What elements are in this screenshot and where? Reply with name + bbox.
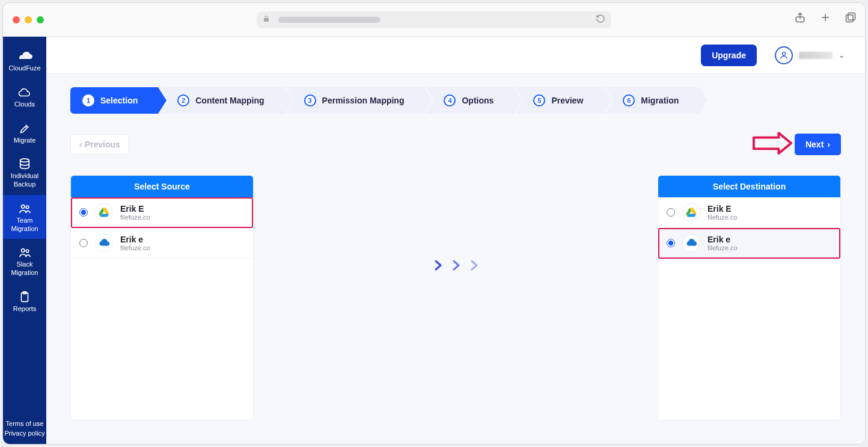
destination-item-title: Erik e xyxy=(708,235,738,244)
step-migration[interactable]: 6 Migration xyxy=(606,87,699,114)
sidebar-item-individual-backup[interactable]: Individual Backup xyxy=(3,150,46,195)
sidebar-footer: Terms of use Privacy policy xyxy=(3,419,46,444)
step-options[interactable]: 4 Options xyxy=(427,87,514,114)
minimize-window-icon[interactable] xyxy=(25,16,32,23)
stepper: 1 Selection 2 Content Mapping 3 Permissi… xyxy=(70,87,841,114)
sidebar: CloudFuze Clouds Migrate Individual Back… xyxy=(3,37,46,444)
url-redacted xyxy=(278,17,381,23)
destination-radio[interactable] xyxy=(667,239,675,247)
next-label: Next xyxy=(805,140,824,149)
svg-point-3 xyxy=(20,159,29,162)
brand-icon xyxy=(17,49,32,64)
source-panel: Select Source Erik E filefuze.co xyxy=(70,175,254,421)
onedrive-icon xyxy=(682,234,700,252)
sidebar-item-label: Clouds xyxy=(14,100,35,109)
sidebar-brand[interactable]: CloudFuze xyxy=(3,43,46,79)
next-button[interactable]: Next › xyxy=(795,134,841,155)
sidebar-item-label: Slack Migration xyxy=(4,260,45,277)
users-icon xyxy=(17,201,32,217)
browser-chrome xyxy=(3,3,865,37)
step-label: Migration xyxy=(641,96,679,105)
step-number: 5 xyxy=(533,94,545,106)
source-radio[interactable] xyxy=(79,208,88,217)
chevron-right-icon xyxy=(466,258,481,273)
source-item-row[interactable]: Erik e filefuze.co xyxy=(71,228,253,259)
maximize-window-icon[interactable] xyxy=(37,16,44,23)
destination-item-sub: filefuze.co xyxy=(708,214,738,221)
sidebar-item-label: Individual Backup xyxy=(4,172,45,189)
previous-button: ‹ Previous xyxy=(70,134,129,155)
chevron-down-icon: ⌄ xyxy=(839,51,845,60)
browser-toolbar-right xyxy=(794,11,857,26)
source-radio[interactable] xyxy=(79,239,88,247)
destination-item-row[interactable]: Erik e filefuze.co xyxy=(658,228,840,259)
step-label: Preview xyxy=(551,96,583,105)
step-label: Options xyxy=(462,96,494,105)
svg-rect-2 xyxy=(846,15,854,22)
destination-item-row[interactable]: Erik E filefuze.co xyxy=(658,197,840,228)
source-item-sub: filefuze.co xyxy=(120,214,150,221)
topbar: Upgrade ⌄ xyxy=(46,37,865,74)
source-item-title: Erik e xyxy=(120,235,150,244)
address-bar[interactable] xyxy=(257,11,611,28)
chevron-left-icon: ‹ xyxy=(79,140,82,149)
username-redacted xyxy=(799,52,833,59)
destination-radio[interactable] xyxy=(667,208,675,217)
sidebar-brand-label: CloudFuze xyxy=(8,64,40,73)
svg-point-5 xyxy=(26,206,29,209)
source-item-title: Erik E xyxy=(120,204,150,214)
sidebar-item-migrate[interactable]: Migrate xyxy=(3,115,46,151)
step-number: 3 xyxy=(304,94,316,106)
destination-panel: Select Destination Erik E filefuze.co xyxy=(658,175,841,421)
destination-item-title: Erik E xyxy=(708,204,738,214)
gdrive-icon xyxy=(95,203,113,221)
privacy-link[interactable]: Privacy policy xyxy=(3,428,46,438)
sidebar-item-label: Team Migration xyxy=(4,217,45,233)
sidebar-item-clouds[interactable]: Clouds xyxy=(3,79,46,115)
app-root: CloudFuze Clouds Migrate Individual Back… xyxy=(3,37,865,444)
step-number: 2 xyxy=(177,94,189,106)
destination-item-sub: filefuze.co xyxy=(708,244,738,251)
close-window-icon[interactable] xyxy=(13,16,20,23)
chevron-right-icon xyxy=(448,258,463,273)
destination-panel-header: Select Destination xyxy=(658,176,840,197)
new-tab-icon[interactable] xyxy=(819,11,831,26)
sidebar-item-label: Migrate xyxy=(14,137,36,145)
step-content-mapping[interactable]: 2 Content Mapping xyxy=(160,87,284,114)
browser-window: CloudFuze Clouds Migrate Individual Back… xyxy=(2,2,866,445)
step-number: 4 xyxy=(444,94,456,106)
step-permission-mapping[interactable]: 3 Permission Mapping xyxy=(287,87,425,114)
sidebar-item-label: Reports xyxy=(13,305,37,313)
selection-columns: Select Source Erik E filefuze.co xyxy=(70,175,841,421)
reload-icon[interactable] xyxy=(596,14,605,25)
step-label: Permission Mapping xyxy=(322,96,405,105)
cloud-icon xyxy=(17,85,32,100)
svg-point-6 xyxy=(22,249,25,253)
step-number: 6 xyxy=(623,94,635,106)
step-preview[interactable]: 5 Preview xyxy=(516,87,604,114)
step-label: Content Mapping xyxy=(195,96,264,105)
user-menu[interactable]: ⌄ xyxy=(775,46,845,64)
source-panel-header: Select Source xyxy=(71,176,253,197)
lock-icon xyxy=(263,15,270,24)
sidebar-item-team-migration[interactable]: Team Migration xyxy=(3,195,46,239)
rocket-icon xyxy=(17,121,32,137)
window-controls xyxy=(13,16,44,23)
content: 1 Selection 2 Content Mapping 3 Permissi… xyxy=(46,74,865,444)
share-icon[interactable] xyxy=(794,11,806,26)
users-icon xyxy=(17,245,32,260)
chevron-right-icon xyxy=(430,258,445,273)
onedrive-icon xyxy=(95,234,113,252)
sidebar-item-reports[interactable]: Reports xyxy=(3,283,46,319)
step-selection[interactable]: 1 Selection xyxy=(70,87,158,114)
nav-controls: ‹ Previous Next › xyxy=(70,132,841,157)
clipboard-icon xyxy=(17,289,32,305)
upgrade-button[interactable]: Upgrade xyxy=(701,45,757,66)
callout-arrow-icon xyxy=(753,132,792,157)
source-item-row[interactable]: Erik E filefuze.co xyxy=(71,197,253,228)
terms-link[interactable]: Terms of use xyxy=(3,419,46,428)
sidebar-item-slack-migration[interactable]: Slack Migration xyxy=(3,239,46,283)
source-item-sub: filefuze.co xyxy=(120,244,150,251)
previous-label: Previous xyxy=(85,140,120,149)
tabs-icon[interactable] xyxy=(845,11,857,26)
